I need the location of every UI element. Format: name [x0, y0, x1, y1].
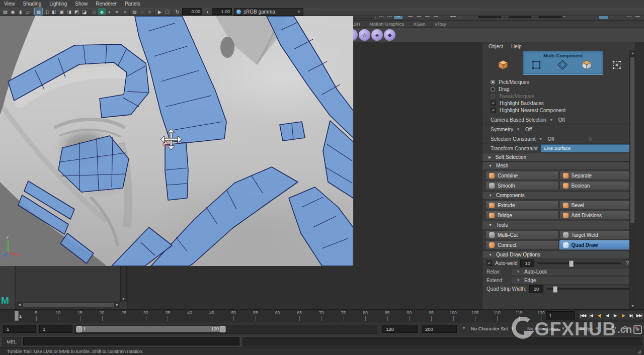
auto-weld-value[interactable]: 10	[520, 259, 534, 267]
go-to-start-button[interactable]: |◀◀	[579, 311, 587, 320]
viewport-menu-lighting[interactable]: Lighting	[45, 1, 71, 7]
radio-row-pick-marquee[interactable]: Pick/Marquee	[482, 78, 635, 85]
resolution-gate-icon[interactable]: ◧	[50, 8, 58, 15]
isolate-select-icon[interactable]: ▶	[156, 8, 164, 15]
viewport-panel[interactable]: ViewShadingLightingShowRendererPanels ▤◉…	[0, 0, 354, 267]
slider-handle[interactable]	[569, 260, 574, 267]
loop-playback-icon[interactable]: ↻	[612, 325, 616, 331]
view-transform-dropdown[interactable]: sRGB gamma▼	[234, 8, 303, 16]
bookmarks-icon[interactable]: ▮	[17, 8, 24, 15]
auto-weld-checkbox[interactable]: ✓	[487, 260, 492, 266]
range-slider-track[interactable]: 1 120	[74, 325, 377, 334]
playback-end-field[interactable]: 120	[382, 325, 418, 333]
chevron-down-icon[interactable]: ▼	[516, 127, 520, 132]
live-surface-value[interactable]: Live Surface	[541, 144, 630, 152]
shelf-tab-xgen[interactable]: XGen	[409, 21, 430, 28]
section-header-tools[interactable]: ▼Tools	[482, 221, 635, 229]
xray-icon[interactable]: ▢	[164, 8, 171, 15]
vray-proxy-icon[interactable]: ◆	[384, 29, 395, 41]
shaded-icon[interactable]: ◆	[98, 8, 106, 15]
shelf-tab-motion-graphics[interactable]: Motion Graphics	[365, 21, 409, 28]
extend-dropdown[interactable]: ▼ Edge	[512, 277, 631, 285]
textured-icon[interactable]: ◐	[106, 8, 113, 15]
uv-mode-icon[interactable]	[611, 59, 622, 71]
viewport-menu-show[interactable]: Show	[71, 1, 92, 7]
soft-selection-header[interactable]: ▶ Soft Selection	[482, 153, 635, 161]
vertex-mode-icon[interactable]	[531, 59, 542, 71]
multisample-icon[interactable]: ○	[146, 8, 153, 15]
prop-row-selection-constraint[interactable]: Selection Constraint▼Off0	[482, 134, 635, 143]
use-all-lights-icon[interactable]: ✶	[113, 8, 121, 15]
toolkit-menu-object[interactable]: Object	[489, 44, 503, 49]
anim-layer-dropdown[interactable]: No Anim Layer▼	[527, 326, 565, 331]
slider-handle[interactable]	[553, 286, 557, 293]
scroll-down-icon[interactable]: ▼	[122, 297, 125, 302]
toolkit-menu-help[interactable]: Help	[511, 44, 522, 49]
gamma-field[interactable]: 1.00	[212, 8, 232, 15]
checkbox-row-highlight-nearest-component[interactable]: ✓Highlight Nearest Component	[482, 107, 635, 114]
exposure-field[interactable]: 0.00	[182, 8, 202, 15]
range-end-handle[interactable]	[220, 326, 225, 332]
edge-mode-icon[interactable]	[557, 59, 568, 71]
safe-action-icon[interactable]: ◩	[73, 8, 80, 15]
quad-draw-options-header[interactable]: ▼ Quad Draw Options	[482, 250, 635, 259]
radio-icon[interactable]	[491, 94, 495, 99]
auto-keyframe-icon[interactable]: ✦	[634, 325, 638, 331]
separate-button[interactable]: Separate	[559, 171, 632, 180]
section-header-components[interactable]: ▼Components	[482, 191, 635, 200]
step-back-frame-button[interactable]: |◀	[587, 311, 595, 320]
resize-grip-icon[interactable]: ◢	[637, 349, 641, 354]
prop-row-symmetry[interactable]: Symmetry▼Off	[482, 124, 635, 134]
quad-draw-button[interactable]: Quad Draw	[559, 240, 632, 249]
camera-attributes-icon[interactable]: ◉	[9, 8, 17, 15]
exposure-icon[interactable]: ↻	[174, 8, 181, 15]
panel-camera-icon[interactable]: ▤	[2, 8, 9, 15]
checkbox-icon[interactable]: ✓	[491, 101, 496, 106]
smooth-button[interactable]: Smooth	[486, 181, 558, 190]
object-mode-icon[interactable]	[498, 59, 509, 71]
toolkit-scrollbar[interactable]: ▲ ▼	[629, 50, 635, 309]
mel-command-input[interactable]	[23, 337, 239, 345]
playback-range-bar[interactable]: 1 120	[76, 326, 226, 332]
mel-result-field[interactable]	[243, 337, 642, 346]
film-gate-icon[interactable]: ◫	[43, 8, 50, 15]
character-set-dropdown[interactable]: No Character Set▼	[471, 326, 514, 331]
mel-toggle-button[interactable]: MEL	[2, 337, 21, 346]
relax-dropdown[interactable]: ▼ Auto-Lock	[512, 268, 631, 276]
bevel-button[interactable]: Bevel	[559, 201, 632, 210]
gamma-icon[interactable]: ◑	[203, 8, 211, 15]
gate-mask-icon[interactable]: ▣	[58, 8, 65, 15]
auto-weld-slider[interactable]	[537, 262, 621, 264]
play-forwards-button[interactable]: ▶	[611, 311, 619, 320]
frame-ticks[interactable]: 5101520253035404550556065707580859095100…	[14, 310, 545, 322]
wireframe-icon[interactable]: ◇	[91, 8, 98, 15]
animation-end-field[interactable]: 200	[422, 325, 457, 333]
radio-icon[interactable]	[491, 87, 495, 92]
outliner-horizontal-scrollbar[interactable]: ◀ ▶	[17, 302, 120, 308]
section-header-mesh[interactable]: ▼Mesh	[482, 161, 635, 170]
scrollbar-thumb[interactable]	[630, 57, 634, 223]
boolean-button[interactable]: Boolean	[559, 181, 632, 190]
checkbox-row-highlight-backfaces[interactable]: ✓Highlight Backfaces	[482, 100, 635, 107]
scroll-left-icon[interactable]: ◀	[18, 302, 21, 307]
grid-icon[interactable]: ▦	[34, 8, 43, 16]
field-chart-icon[interactable]: ◨	[65, 8, 73, 15]
chevron-down-icon[interactable]: ▼	[539, 137, 543, 141]
image-plane-icon[interactable]: ▱	[24, 8, 32, 15]
combine-button[interactable]: Combine	[486, 171, 558, 180]
fps-dropdown[interactable]: 24 fps▼	[580, 326, 599, 331]
add-divisions-button[interactable]: Add Divisions	[559, 211, 632, 220]
scroll-right-icon[interactable]: ▶	[116, 302, 119, 307]
shadows-icon[interactable]: ◑	[121, 8, 128, 15]
scroll-up-icon[interactable]: ▲	[631, 51, 634, 56]
playback-speed-icon[interactable]: ◷	[623, 325, 628, 331]
scrollbar-thumb[interactable]	[23, 303, 114, 307]
quad-strip-width-slider[interactable]	[546, 288, 631, 290]
viewport-menu-renderer[interactable]: Renderer	[92, 1, 121, 7]
go-to-end-button[interactable]: ▶▶|	[635, 311, 643, 320]
step-forward-frame-button[interactable]: ▶|	[627, 311, 635, 320]
range-start-handle[interactable]	[76, 326, 82, 332]
vray-displacement-icon[interactable]: ◈	[371, 29, 383, 41]
step-back-key-button[interactable]: ◀|	[595, 311, 603, 320]
target-weld-button[interactable]: Target Weld	[559, 230, 632, 239]
